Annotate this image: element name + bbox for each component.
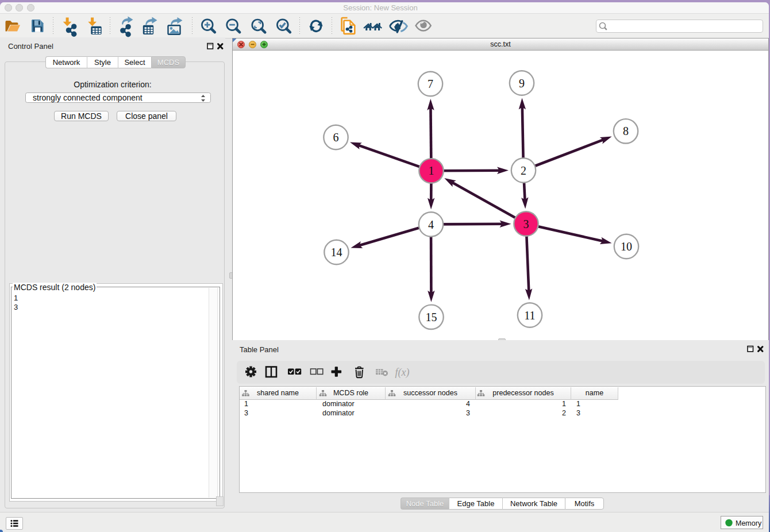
svg-text:1: 1 xyxy=(429,164,434,177)
svg-text:Memory: Memory xyxy=(736,519,762,527)
svg-text:9: 9 xyxy=(519,77,525,90)
svg-text:6: 6 xyxy=(333,131,339,144)
svg-text:2: 2 xyxy=(521,164,526,177)
svg-text:7: 7 xyxy=(428,78,433,90)
svg-text:8: 8 xyxy=(623,125,629,137)
svg-text:4: 4 xyxy=(428,218,434,231)
svg-text:f(x): f(x) xyxy=(395,367,410,379)
svg-text:11: 11 xyxy=(524,309,535,322)
svg-text:10: 10 xyxy=(621,240,632,253)
svg-text:14: 14 xyxy=(331,246,342,259)
svg-text:3: 3 xyxy=(523,218,529,230)
svg-text:15: 15 xyxy=(426,311,437,323)
